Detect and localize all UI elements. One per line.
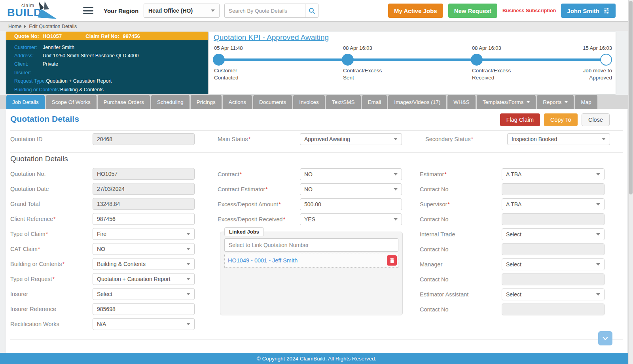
client-reference-input[interactable] (93, 213, 195, 225)
tab-purchase-orders[interactable]: Purchase Orders (98, 95, 150, 109)
region-select[interactable]: Head Office (HO) (144, 4, 220, 18)
selected-value: NO (97, 246, 105, 252)
excess-deposit-received-select[interactable]: YES (300, 213, 402, 225)
field-contract: Contract NO (218, 168, 408, 180)
logo-text-build: BUILD (7, 7, 42, 19)
tab-images-videos[interactable]: Images/Videos (17) (388, 95, 446, 109)
excess-deposit-amount-input[interactable] (300, 198, 402, 210)
tab-whs[interactable]: WH&S (447, 95, 476, 109)
field-type-of-claim: Type of Claim Fire (10, 228, 201, 240)
vertical-scrollbar[interactable] (628, 0, 633, 364)
field-label: Secondary Status (425, 136, 507, 142)
type-of-claim-select[interactable]: Fire (93, 228, 195, 240)
internal-trade-select[interactable]: Select (502, 228, 605, 240)
field-estimator-assistant: Estimator Assistant Select (420, 289, 608, 300)
secondary-status-select[interactable]: Inspection Booked (507, 133, 610, 145)
selected-value: A TBA (506, 201, 521, 207)
selected-value: N/A (97, 321, 106, 327)
logo-triangle (43, 1, 49, 9)
card-actions: Flag Claim Copy To Close (500, 113, 610, 126)
main-status-select[interactable]: Approved Awaiting (300, 133, 402, 145)
tab-job-details[interactable]: Job Details (6, 95, 45, 109)
supervisor-select[interactable]: A TBA (502, 198, 605, 210)
estimator-assistant-select[interactable]: Select (502, 289, 605, 300)
row-value: Private (43, 61, 58, 67)
manager-select[interactable]: Select (502, 258, 605, 270)
rectification-works-select[interactable]: N/A (93, 318, 195, 330)
row-value: Quotation + Causation Report (46, 78, 112, 84)
breadcrumb: Home Edit Quotation Details (0, 21, 633, 31)
cat-claim-select[interactable]: NO (93, 243, 195, 255)
user-menu-button[interactable]: John Smith (561, 4, 616, 18)
tab-actions[interactable]: Actions (223, 95, 252, 109)
sliders-icon (603, 8, 610, 14)
tab-scheduling[interactable]: Scheduling (151, 95, 190, 109)
breadcrumb-arrow-icon (24, 25, 26, 28)
tab-invoices[interactable]: Invoices (293, 95, 325, 109)
copy-to-button[interactable]: Copy To (544, 113, 578, 126)
row-label: Request Type: (14, 78, 46, 84)
linked-job-link[interactable]: HO1049 - 0001 - Jeff Smith (228, 257, 298, 264)
building-or-contents-select[interactable]: Building & Contents (93, 258, 195, 270)
selected-value: Approved Awaiting (304, 136, 350, 142)
tab-strip: Job Details Scope Of Works Purchase Orde… (0, 95, 633, 109)
field-insurer-reference: Insurer Reference (10, 303, 201, 315)
top-right-actions: My Active Jobs New Request Business Subs… (388, 4, 616, 18)
link-quotation-input[interactable] (224, 238, 398, 252)
scrollbar-thumb[interactable] (629, 1, 633, 194)
estimator-select[interactable]: A TBA (502, 168, 605, 180)
kpi-date: 15 Apr 16:03 (583, 45, 612, 51)
chevron-down-icon (602, 138, 606, 140)
hamburger-menu-icon[interactable] (83, 6, 93, 16)
selected-value: Select (506, 231, 521, 238)
insurer-select[interactable]: Select (93, 288, 195, 300)
divider (10, 339, 623, 339)
tab-templates-forms[interactable]: Templates/Forms (477, 95, 536, 109)
field-quotation-id: Quotation ID (10, 133, 195, 145)
quote-details-body: Customer: Jennifer Smith Address: Unit 1… (6, 40, 208, 94)
contract-select[interactable]: NO (300, 168, 402, 180)
delete-linked-job-button[interactable] (387, 255, 397, 266)
field-excess-deposit-received: Excess/Deposit Received YES (218, 213, 408, 225)
section-title: Quotation Details (10, 155, 68, 163)
tab-map[interactable]: Map (575, 95, 597, 109)
type-of-request-select[interactable]: Quotation + Causation Report (93, 273, 195, 285)
field-estimator-contact-no: Contact No (420, 183, 608, 195)
kpi-label: Contract/Excess Received (472, 67, 511, 81)
kpi-date: 08 Apr 16:03 (343, 45, 382, 51)
scroll-down-button[interactable] (598, 331, 612, 345)
selected-value: NO (304, 171, 313, 177)
field-internal-trade-contact-no: Contact No (420, 243, 608, 255)
quote-row-customer: Customer: Jennifer Smith (14, 43, 208, 51)
quotation-date-input (93, 183, 195, 195)
field-client-reference: Client Reference (10, 213, 201, 225)
search-input[interactable] (225, 4, 305, 17)
insurer-reference-input[interactable] (93, 303, 195, 315)
top-bar: claim BUILD Your Region Head Office (HO)… (0, 0, 633, 21)
internal-trade-contact-no-input (502, 243, 605, 255)
breadcrumb-home-link[interactable]: Home (8, 24, 21, 29)
my-active-jobs-button[interactable]: My Active Jobs (388, 4, 443, 18)
search-button[interactable] (305, 4, 318, 17)
row-label: Customer: (14, 45, 43, 50)
tab-reports[interactable]: Reports (537, 95, 574, 109)
breadcrumb-current: Edit Quotation Details (29, 24, 77, 29)
new-request-button[interactable]: New Request (448, 4, 497, 18)
tab-scope-of-works[interactable]: Scope Of Works (46, 95, 97, 109)
tab-pricings[interactable]: Pricings (191, 95, 222, 109)
flag-claim-button[interactable]: Flag Claim (500, 113, 540, 126)
close-button[interactable]: Close (582, 113, 610, 126)
tab-email[interactable]: Email (362, 95, 387, 109)
contract-estimator-select[interactable]: NO (300, 183, 402, 195)
selected-value: Quotation + Causation Report (97, 276, 171, 282)
tab-documents[interactable]: Documents (253, 95, 292, 109)
selected-value: NO (304, 186, 313, 192)
subscription-badge: Business Subscription (502, 8, 556, 13)
chevron-down-icon (596, 293, 600, 296)
field-estimator-assistant-contact-no: Contact No (420, 304, 608, 315)
kpi-title-link[interactable]: Quotation KPI - Approved Awaiting (214, 33, 329, 42)
chevron-down-icon (394, 173, 398, 175)
field-supervisor: Supervisor A TBA (420, 198, 608, 210)
linked-job-item: HO1049 - 0001 - Jeff Smith (224, 253, 398, 268)
tab-text-sms[interactable]: Text/SMS (326, 95, 361, 109)
